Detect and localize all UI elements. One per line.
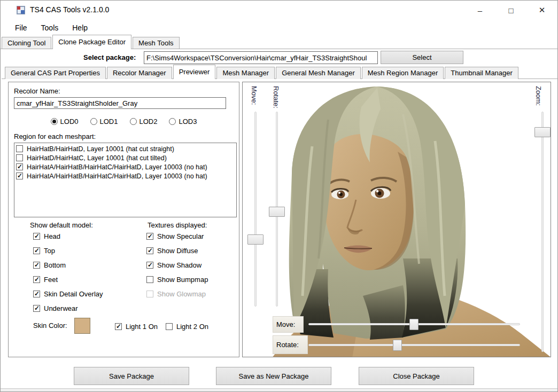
sub-tab-strip: General CAS Part Properties Recolor Mana… xyxy=(5,66,520,79)
checkbox-show-shadow[interactable]: Show Shadow xyxy=(146,261,201,269)
window-title: TS4 CAS Tools v2.1.0.0 xyxy=(30,5,109,14)
checkbox-top[interactable]: Top xyxy=(33,247,55,255)
region-row[interactable]: HairHatA/HairHatB/HairHatC/HairHatD, Lay… xyxy=(15,162,236,171)
move-horizontal-label: Move: xyxy=(273,316,304,333)
checkbox-skin-detail-overlay[interactable]: Skin Detail Overlay xyxy=(33,290,103,298)
menu-tools[interactable]: Tools xyxy=(34,21,66,34)
tab-clone-package-editor[interactable]: Clone Package Editor xyxy=(52,35,131,49)
save-as-new-package-button[interactable]: Save as New Package xyxy=(216,367,331,385)
rotate-vertical-slider-thumb[interactable] xyxy=(269,207,285,217)
move-vertical-slider[interactable] xyxy=(254,112,257,307)
checkbox-feet[interactable]: Feet xyxy=(33,276,58,284)
window-bottom-edge xyxy=(1,388,557,391)
radio-lod3[interactable]: LOD3 xyxy=(169,117,197,126)
rotate-horizontal-slider-thumb[interactable] xyxy=(393,340,402,351)
checkbox-head[interactable]: Head xyxy=(33,232,60,240)
package-path-input[interactable] xyxy=(144,51,378,64)
zoom-slider-thumb[interactable] xyxy=(534,127,551,137)
region-row[interactable]: HairHatD/HairHatC, Layer 10001 (hat cut … xyxy=(15,153,236,162)
tab-mesh-region-manager[interactable]: Mesh Region Manager xyxy=(362,67,444,79)
select-package-button[interactable]: Select xyxy=(381,51,463,64)
textures-displayed-label: Textures displayed: xyxy=(148,221,207,229)
rotate-horizontal-label: Rotate: xyxy=(273,335,308,354)
save-package-button[interactable]: Save Package xyxy=(74,367,189,385)
close-icon[interactable]: ✕ xyxy=(526,1,557,20)
tab-general-mesh-manager[interactable]: General Mesh Manager xyxy=(276,67,361,79)
tab-thumbnail-manager[interactable]: Thumbnail Manager xyxy=(445,67,518,79)
recolor-name-label: Recolor Name: xyxy=(14,87,60,95)
previewer-settings-panel: Recolor Name: LOD0 LOD1 LOD2 LOD3 Region… xyxy=(8,82,239,357)
region-row[interactable]: HairHatB/HairHatD, Layer 10001 (hat cut … xyxy=(15,144,236,153)
menu-bar: File Tools Help xyxy=(1,20,557,35)
title-bar: TS4 CAS Tools v2.1.0.0 – □ ✕ xyxy=(1,1,557,20)
main-tab-strip: Cloning Tool Clone Package Editor Mesh T… xyxy=(2,36,181,49)
zoom-vertical-label: Zoom: xyxy=(534,85,542,106)
checkbox-underwear[interactable]: Underwear xyxy=(33,304,78,312)
move-vertical-label: Move: xyxy=(250,85,258,105)
tab-mesh-tools[interactable]: Mesh Tools xyxy=(133,37,180,49)
recolor-name-input[interactable] xyxy=(14,97,226,109)
radio-lod0[interactable]: LOD0 xyxy=(51,117,79,126)
menu-help[interactable]: Help xyxy=(65,21,95,34)
tab-general-cas-part-properties[interactable]: General CAS Part Properties xyxy=(5,67,106,79)
region-list-label: Region for each meshpart: xyxy=(14,132,96,140)
move-horizontal-slider-thumb[interactable] xyxy=(409,319,418,330)
select-package-label: Select package: xyxy=(83,53,136,61)
checkbox-show-specular[interactable]: Show Specular xyxy=(146,232,204,240)
skin-color-label: Skin Color: xyxy=(33,322,67,330)
tab-recolor-manager[interactable]: Recolor Manager xyxy=(107,67,172,79)
region-listbox: HairHatB/HairHatD, Layer 10001 (hat cut … xyxy=(14,143,237,217)
lod-radio-group: LOD0 LOD1 LOD2 LOD3 xyxy=(9,117,239,126)
close-package-button[interactable]: Close Package xyxy=(359,367,474,385)
zoom-slider[interactable] xyxy=(541,112,544,352)
tab-cloning-tool[interactable]: Cloning Tool xyxy=(2,37,51,49)
radio-lod1[interactable]: LOD1 xyxy=(90,117,118,126)
checkbox-show-glowmap: Show Glowmap xyxy=(146,290,206,298)
model-preview-canvas[interactable]: Move: Rotate: Zoom: Move: Rotate: xyxy=(242,82,551,357)
checkbox-show-bumpmap[interactable]: Show Bumpmap xyxy=(146,276,208,284)
maximize-icon[interactable]: □ xyxy=(495,1,526,20)
app-icon xyxy=(17,6,25,14)
minimize-icon[interactable]: – xyxy=(464,1,495,20)
radio-lod2[interactable]: LOD2 xyxy=(130,117,158,126)
checkbox-show-diffuse[interactable]: Show Diffuse xyxy=(146,247,198,255)
checkbox-light-2-on[interactable]: Light 2 On xyxy=(166,323,208,331)
tab-previewer[interactable]: Previewer xyxy=(173,65,216,79)
checkbox-light-1-on[interactable]: Light 1 On xyxy=(115,323,158,331)
app-window: TS4 CAS Tools v2.1.0.0 – □ ✕ File Tools … xyxy=(0,0,558,392)
rotate-horizontal-slider[interactable] xyxy=(308,344,520,346)
move-vertical-slider-thumb[interactable] xyxy=(247,234,264,245)
rotate-vertical-label: Rotate: xyxy=(272,85,280,109)
skin-color-swatch[interactable] xyxy=(74,318,90,334)
checkbox-bottom[interactable]: Bottom xyxy=(33,261,66,269)
tab-mesh-manager[interactable]: Mesh Manager xyxy=(216,67,275,79)
menu-file[interactable]: File xyxy=(8,21,34,34)
show-default-model-label: Show default model: xyxy=(30,221,93,229)
region-row[interactable]: HairHatA/HairHatB/HairHatC/HairHatD, Lay… xyxy=(15,171,236,181)
